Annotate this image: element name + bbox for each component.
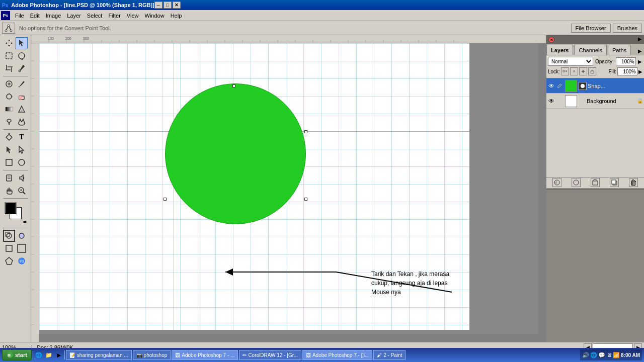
layer-eye-shape1[interactable]: 👁 <box>547 82 555 90</box>
standard-screen[interactable] <box>3 242 15 254</box>
zoom-tool[interactable] <box>16 185 28 197</box>
tray-icon-2[interactable]: 💬 <box>598 352 605 358</box>
direct-select-tool[interactable] <box>16 144 28 156</box>
eyedropper-tool[interactable] <box>16 62 28 74</box>
quicklaunch-media[interactable]: ▶ <box>54 350 63 359</box>
gradient-tool[interactable] <box>3 103 15 115</box>
lock-all-icon[interactable] <box>588 67 596 75</box>
start-button[interactable]: ⊞ start <box>2 349 32 360</box>
rect-select-tool[interactable] <box>3 50 15 62</box>
foreground-color[interactable] <box>5 202 17 214</box>
file-browser-button[interactable]: File Browser <box>571 24 611 33</box>
svg-text:⊞: ⊞ <box>8 353 11 357</box>
text-tool[interactable]: T <box>16 131 28 143</box>
pen-tool[interactable] <box>3 131 15 143</box>
full-screen[interactable] <box>16 242 28 254</box>
new-group-btn[interactable] <box>591 178 600 187</box>
svg-rect-38 <box>31 35 546 43</box>
tray-icon-1[interactable]: 🌐 <box>590 352 597 358</box>
menu-window[interactable]: Window <box>142 12 168 20</box>
tab-scroll-right[interactable]: ▶ <box>636 47 644 55</box>
taskbar-label-4: Adobe Photoshop 7 - [li... <box>312 352 369 358</box>
path-select-tool[interactable] <box>3 144 15 156</box>
burn-tool[interactable] <box>16 116 28 128</box>
hand-tool[interactable] <box>3 185 15 197</box>
quicklaunch-folder[interactable]: 📁 <box>44 350 53 359</box>
menu-layer[interactable]: Layer <box>64 12 84 20</box>
opacity-arrow[interactable]: ▶ <box>638 59 642 64</box>
color-swatches[interactable]: ⇄ <box>5 202 27 224</box>
rect-shape-tool[interactable] <box>3 156 15 168</box>
menu-help[interactable]: Help <box>168 12 185 20</box>
fill-input[interactable] <box>617 67 637 75</box>
quick-mask-off[interactable] <box>3 230 15 242</box>
notes-tool[interactable] <box>3 172 15 184</box>
menu-image[interactable]: Image <box>43 12 64 20</box>
anchor-bottom[interactable] <box>304 198 307 201</box>
layer-eye-bg[interactable]: 👁 <box>547 97 555 105</box>
anchor-right[interactable] <box>304 130 307 133</box>
menu-file[interactable]: File <box>12 12 27 20</box>
taskbar-item-5[interactable]: 🖌 2 - Paint <box>373 350 406 360</box>
move-tool[interactable] <box>3 37 15 49</box>
tray-icon-4[interactable]: 📶 <box>613 352 620 358</box>
arrow-tool[interactable] <box>16 37 28 49</box>
layer-edit-shape1[interactable] <box>555 82 564 90</box>
close-button[interactable]: ✕ <box>173 2 181 9</box>
jump-photoshop[interactable]: Ps <box>16 255 28 267</box>
vector-tools[interactable] <box>3 255 15 267</box>
brush-tool[interactable] <box>16 78 28 90</box>
menu-view[interactable]: View <box>124 12 142 20</box>
tab-paths[interactable]: Paths <box>608 45 631 55</box>
panel-close[interactable]: ✕ <box>548 37 554 43</box>
anchor-top[interactable] <box>232 84 235 87</box>
anchor-left[interactable] <box>164 198 167 201</box>
menu-edit[interactable]: Edit <box>27 12 43 20</box>
new-layer-btn[interactable] <box>610 178 619 187</box>
layer-mask-btn[interactable] <box>572 178 581 187</box>
taskbar-item-2[interactable]: 🖼 Adobe Photoshop 7 - ... <box>172 350 238 360</box>
right-panel: ✕ ▶ Layers Channels Paths ▶ Normal <box>546 35 644 342</box>
ellipse-shape-tool[interactable] <box>16 156 28 168</box>
panel-menu-arrow[interactable]: ▶ <box>638 36 642 42</box>
tab-layers[interactable]: Layers <box>546 45 573 55</box>
convert-point-tool-icon[interactable] <box>2 23 15 34</box>
taskbar-item-1[interactable]: 📷 photoshop <box>133 350 171 360</box>
opacity-input[interactable] <box>616 57 636 65</box>
maximize-button[interactable]: □ <box>164 2 172 9</box>
lock-row: Lock: Fill: <box>548 67 642 75</box>
blend-mode-select[interactable]: Normal Multiply Screen <box>548 57 593 66</box>
taskbar-item-0[interactable]: 📝 sharing pengalaman ... <box>66 350 132 360</box>
quicklaunch-ie[interactable]: 🌐 <box>34 350 43 359</box>
quick-mask-on[interactable] <box>16 230 28 242</box>
clone-tool[interactable] <box>3 90 15 103</box>
brushes-button[interactable]: Brushes <box>613 24 642 33</box>
eraser-tool[interactable] <box>16 90 28 103</box>
tray-icon-0[interactable]: 🔊 <box>582 352 589 358</box>
menu-filter[interactable]: Filter <box>105 12 123 20</box>
audio-tool[interactable] <box>16 172 28 184</box>
lock-image-icon[interactable] <box>570 67 578 75</box>
blur-tool[interactable] <box>16 103 28 115</box>
taskbar-label-2: Adobe Photoshop 7 - ... <box>182 352 234 358</box>
dodge-tool[interactable] <box>3 116 15 128</box>
tray-icon-3[interactable]: 🖥 <box>606 352 612 358</box>
fill-arrow[interactable]: ▶ <box>638 69 642 74</box>
layer-edit-bg[interactable] <box>555 97 564 105</box>
layer-background[interactable]: 👁 Background 🔒 <box>546 94 644 109</box>
lock-transparent-icon[interactable] <box>561 67 569 75</box>
tab-channels[interactable]: Channels <box>574 45 606 55</box>
minimize-button[interactable]: ─ <box>154 2 163 9</box>
layer-shape1[interactable]: 👁 Shap... <box>546 78 644 94</box>
crop-tool[interactable] <box>3 62 15 74</box>
tool-row-13 <box>3 230 28 242</box>
lock-position-icon[interactable] <box>579 67 587 75</box>
layer-style-btn[interactable]: f <box>552 178 561 187</box>
delete-layer-btn[interactable]: 🗑 <box>629 178 638 187</box>
lasso-tool[interactable] <box>16 50 28 62</box>
taskbar-item-3[interactable]: ✏ CorelDRAW 12 - [Gr... <box>239 350 301 360</box>
heal-tool[interactable] <box>3 78 15 90</box>
taskbar-item-4[interactable]: 🖼 Adobe Photoshop 7 - [li... <box>302 350 372 360</box>
menu-select[interactable]: Select <box>84 12 106 20</box>
swap-colors[interactable]: ⇄ <box>23 220 27 224</box>
